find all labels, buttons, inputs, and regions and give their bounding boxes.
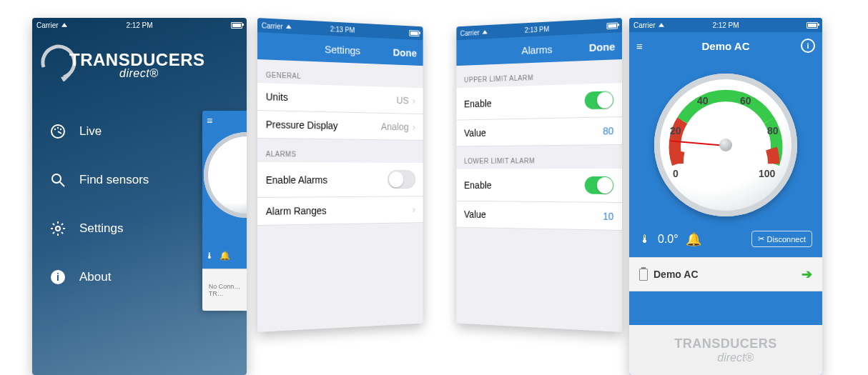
svg-point-5 <box>52 174 61 183</box>
info-button[interactable]: i <box>801 39 815 53</box>
svg-point-3 <box>57 127 59 129</box>
sensor-name: Demo AC <box>654 269 699 280</box>
lower-value[interactable]: 10 <box>603 211 613 222</box>
wifi-icon <box>659 23 664 26</box>
screen-settings: Carrier 2:13 PM Settings Done GENERAL Un… <box>257 18 423 332</box>
row-label: Enable Alarms <box>266 174 327 186</box>
row-label: Value <box>464 209 486 220</box>
row-label: Value <box>464 127 486 139</box>
svg-point-6 <box>56 226 60 231</box>
row-enable-alarms[interactable]: Enable Alarms <box>257 162 423 198</box>
menu-label: Live <box>79 124 102 139</box>
menu-label: Find sensors <box>79 173 149 187</box>
battery-icon <box>409 30 419 36</box>
disconnect-button[interactable]: ✂ Disconnect <box>751 231 812 247</box>
brand-logo: TRANSDUCERS direct® <box>42 43 237 86</box>
arrow-right-icon: ➔ <box>802 266 812 282</box>
chevron-right-icon: › <box>413 204 415 215</box>
chevron-right-icon: › <box>413 121 415 132</box>
row-lower-value[interactable]: Value 10 <box>456 201 622 231</box>
row-upper-value[interactable]: Value 80 <box>456 117 622 146</box>
chevron-right-icon: › <box>413 95 415 106</box>
gauge-icon <box>49 123 66 140</box>
wifi-icon <box>285 24 291 29</box>
status-bar: Carrier 2:12 PM <box>629 18 822 32</box>
row-pressure-display[interactable]: Pressure Display Analog › <box>257 111 423 141</box>
navbar-title: Settings <box>325 43 360 56</box>
battery-level-icon <box>639 269 648 281</box>
bell-icon: 🔔 <box>220 251 230 261</box>
screen-live: Carrier 2:12 PM ≡ Demo AC i 0 20 40 60 8… <box>629 18 822 375</box>
sensor-peek-card: No Conn…TR… <box>202 269 247 311</box>
svg-point-4 <box>60 129 61 130</box>
status-bar: Carrier 2:12 PM <box>32 18 247 32</box>
bell-icon[interactable]: 🔔 <box>686 231 701 247</box>
hamburger-icon[interactable]: ≡ <box>636 40 643 52</box>
temperature-value: 0.0° <box>658 233 679 246</box>
row-label: Enable <box>464 98 492 109</box>
sensor-list-item[interactable]: Demo AC ➔ <box>629 257 822 291</box>
row-units[interactable]: Units US › <box>257 83 423 114</box>
screen-alarms: Carrier 2:13 PM Alarms Done UPPER LIMIT … <box>456 18 622 332</box>
gear-icon <box>49 220 66 237</box>
search-icon <box>49 171 66 189</box>
live-screen-peek: ≡ 🌡 🔔 No Conn…TR… <box>202 111 247 311</box>
battery-icon <box>807 22 818 29</box>
disconnect-icon: ✂ <box>758 234 764 244</box>
battery-icon <box>231 22 242 29</box>
svg-point-2 <box>54 129 56 130</box>
toggle-lower-enable[interactable] <box>585 176 614 194</box>
thermometer-icon: 🌡 <box>639 233 651 246</box>
screen-menu: Carrier 2:12 PM TRANSDUCERS direct® <box>32 18 247 375</box>
row-alarm-ranges[interactable]: Alarm Ranges › <box>257 196 423 226</box>
row-label: Enable <box>464 179 492 190</box>
wifi-icon <box>61 23 67 26</box>
toggle-enable-alarms[interactable] <box>388 170 415 189</box>
info-icon: i <box>49 269 66 286</box>
hamburger-icon[interactable]: ≡ <box>207 115 212 126</box>
menu-label: About <box>79 270 111 284</box>
brand-footer: TRANSDUCERS direct® <box>629 325 822 375</box>
toggle-upper-enable[interactable] <box>585 91 614 109</box>
battery-icon <box>607 22 618 29</box>
row-label: Pressure Display <box>266 119 338 131</box>
gauge-peek <box>204 132 247 218</box>
navbar: ≡ Demo AC i <box>629 32 822 59</box>
row-label: Units <box>266 91 288 103</box>
row-lower-enable[interactable]: Enable <box>456 169 622 203</box>
navbar-title: Demo AC <box>702 40 750 52</box>
live-status-bar: 🌡 0.0° 🔔 ✂ Disconnect <box>629 224 822 257</box>
section-header-alarms: ALARMS <box>257 139 423 163</box>
pressure-gauge: 0 20 40 60 80 100 <box>654 74 797 216</box>
svg-text:i: i <box>56 271 59 283</box>
done-button[interactable]: Done <box>393 46 417 59</box>
thermometer-icon: 🌡 <box>205 251 214 261</box>
gauge-hub <box>719 139 732 151</box>
row-upper-enable[interactable]: Enable <box>456 83 622 121</box>
wifi-icon <box>482 30 487 34</box>
navbar-title: Alarms <box>521 43 552 56</box>
row-label: Alarm Ranges <box>266 205 327 217</box>
done-button[interactable]: Done <box>589 40 615 53</box>
menu-label: Settings <box>79 221 123 236</box>
upper-value[interactable]: 80 <box>603 125 613 136</box>
section-header-lower: LOWER LIMIT ALARM <box>456 145 622 169</box>
